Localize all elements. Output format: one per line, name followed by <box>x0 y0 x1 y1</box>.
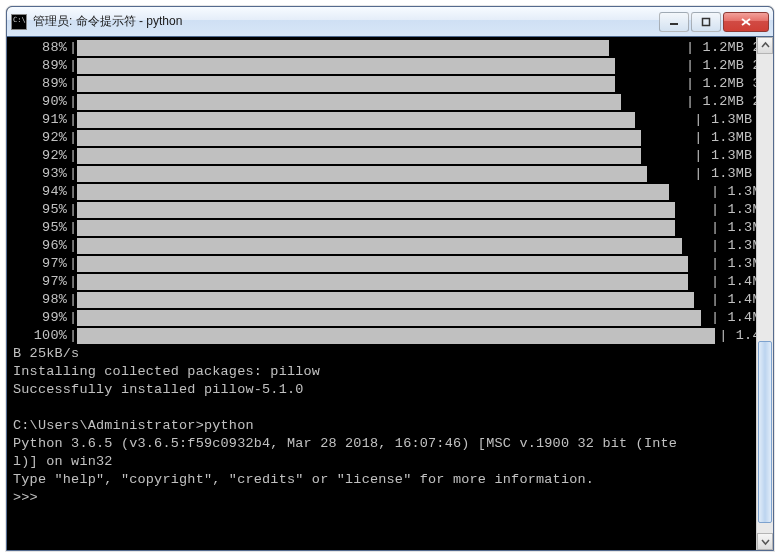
bar-open-bracket: | <box>69 327 77 345</box>
progress-bar <box>77 310 707 326</box>
maximize-button[interactable] <box>691 12 721 32</box>
progress-bar-fill <box>77 220 675 236</box>
minimize-button[interactable] <box>659 12 689 32</box>
bar-open-bracket: | <box>69 291 77 309</box>
bar-open-bracket: | <box>69 39 77 57</box>
progress-bar-fill <box>77 256 688 272</box>
scroll-up-button[interactable] <box>757 37 773 54</box>
cmd-icon <box>11 14 27 30</box>
cmd-window: 管理员: 命令提示符 - python 88%|| 1.2MB 2789%|| … <box>6 6 774 551</box>
progress-bar <box>77 130 690 146</box>
progress-row: 89%|| 1.2MB 20 <box>13 57 769 75</box>
prompt-line: C:\Users\Administrator>python <box>13 417 769 435</box>
scroll-track[interactable] <box>757 54 773 533</box>
progress-percent: 96% <box>13 237 69 255</box>
progress-bar-fill <box>77 76 615 92</box>
progress-percent: 88% <box>13 39 69 57</box>
progress-bar <box>77 220 707 236</box>
progress-bar-fill <box>77 112 635 128</box>
progress-row: 90%|| 1.2MB 29 <box>13 93 769 111</box>
terminal-output[interactable]: 88%|| 1.2MB 2789%|| 1.2MB 2089%|| 1.2MB … <box>7 37 773 550</box>
progress-bar-fill <box>77 274 688 290</box>
progress-row: 91%|| 1.3MB 3 <box>13 111 769 129</box>
progress-row: 94%|| 1.3MB <box>13 183 769 201</box>
progress-row: 97%|| 1.4MB <box>13 273 769 291</box>
python-repl-prompt: >>> <box>13 489 769 507</box>
progress-row: 97%|| 1.3MB <box>13 255 769 273</box>
success-line: Successfully installed pillow-5.1.0 <box>13 381 769 399</box>
progress-bar-fill <box>77 310 701 326</box>
progress-bar <box>77 40 682 56</box>
speed-line: B 25kB/s <box>13 345 769 363</box>
progress-row: 89%|| 1.2MB 31 <box>13 75 769 93</box>
progress-bar <box>77 94 682 110</box>
progress-bar <box>77 274 707 290</box>
bar-open-bracket: | <box>69 129 77 147</box>
titlebar[interactable]: 管理员: 命令提示符 - python <box>7 7 773 37</box>
progress-bar <box>77 238 707 254</box>
progress-row: 96%|| 1.3MB <box>13 237 769 255</box>
progress-row: 100%|| 1.4M <box>13 327 769 345</box>
progress-percent: 92% <box>13 147 69 165</box>
progress-bar-fill <box>77 184 669 200</box>
scroll-down-button[interactable] <box>757 533 773 550</box>
progress-bar <box>77 112 690 128</box>
progress-percent: 95% <box>13 219 69 237</box>
progress-row: 92%|| 1.3MB 2 <box>13 147 769 165</box>
progress-bar-fill <box>77 130 641 146</box>
bar-open-bracket: | <box>69 147 77 165</box>
progress-percent: 91% <box>13 111 69 129</box>
minimize-icon <box>669 17 679 27</box>
progress-percent: 100% <box>13 327 69 345</box>
progress-bar <box>77 292 707 308</box>
python-help-line: Type "help", "copyright", "credits" or "… <box>13 471 769 489</box>
progress-bar-fill <box>77 166 647 182</box>
progress-bar-fill <box>77 94 621 110</box>
progress-percent: 99% <box>13 309 69 327</box>
bar-open-bracket: | <box>69 93 77 111</box>
progress-bar <box>77 148 690 164</box>
bar-open-bracket: | <box>69 219 77 237</box>
progress-percent: 95% <box>13 201 69 219</box>
progress-bar-fill <box>77 202 675 218</box>
progress-bar <box>77 184 707 200</box>
progress-percent: 89% <box>13 57 69 75</box>
progress-percent: 97% <box>13 255 69 273</box>
close-icon <box>740 17 752 27</box>
installing-line: Installing collected packages: pillow <box>13 363 769 381</box>
progress-bar-fill <box>77 328 715 344</box>
bar-open-bracket: | <box>69 75 77 93</box>
progress-percent: 93% <box>13 165 69 183</box>
bar-open-bracket: | <box>69 201 77 219</box>
bar-open-bracket: | <box>69 309 77 327</box>
vertical-scrollbar[interactable] <box>756 37 773 550</box>
python-version-line-2: l)] on win32 <box>13 453 769 471</box>
python-version-line: Python 3.6.5 (v3.6.5:f59c0932b4, Mar 28 … <box>13 435 769 453</box>
progress-row: 98%|| 1.4MB <box>13 291 769 309</box>
progress-percent: 92% <box>13 129 69 147</box>
chevron-up-icon <box>761 41 770 50</box>
window-buttons <box>659 12 769 32</box>
progress-bar-fill <box>77 58 615 74</box>
progress-percent: 94% <box>13 183 69 201</box>
progress-bar <box>77 166 690 182</box>
maximize-icon <box>701 17 711 27</box>
bar-open-bracket: | <box>69 165 77 183</box>
progress-row: 99%|| 1.4MB <box>13 309 769 327</box>
progress-percent: 97% <box>13 273 69 291</box>
close-button[interactable] <box>723 12 769 32</box>
progress-bar <box>77 202 707 218</box>
progress-percent: 98% <box>13 291 69 309</box>
window-title: 管理员: 命令提示符 - python <box>33 13 659 30</box>
progress-bar-fill <box>77 238 682 254</box>
progress-row: 88%|| 1.2MB 27 <box>13 39 769 57</box>
blank-line <box>13 399 769 417</box>
bar-open-bracket: | <box>69 255 77 273</box>
scroll-thumb[interactable] <box>758 341 772 523</box>
download-progress-block: 88%|| 1.2MB 2789%|| 1.2MB 2089%|| 1.2MB … <box>13 39 769 345</box>
bar-open-bracket: | <box>69 183 77 201</box>
progress-bar-fill <box>77 292 694 308</box>
progress-row: 92%|| 1.3MB 2 <box>13 129 769 147</box>
bar-open-bracket: | <box>69 237 77 255</box>
progress-bar-fill <box>77 148 641 164</box>
